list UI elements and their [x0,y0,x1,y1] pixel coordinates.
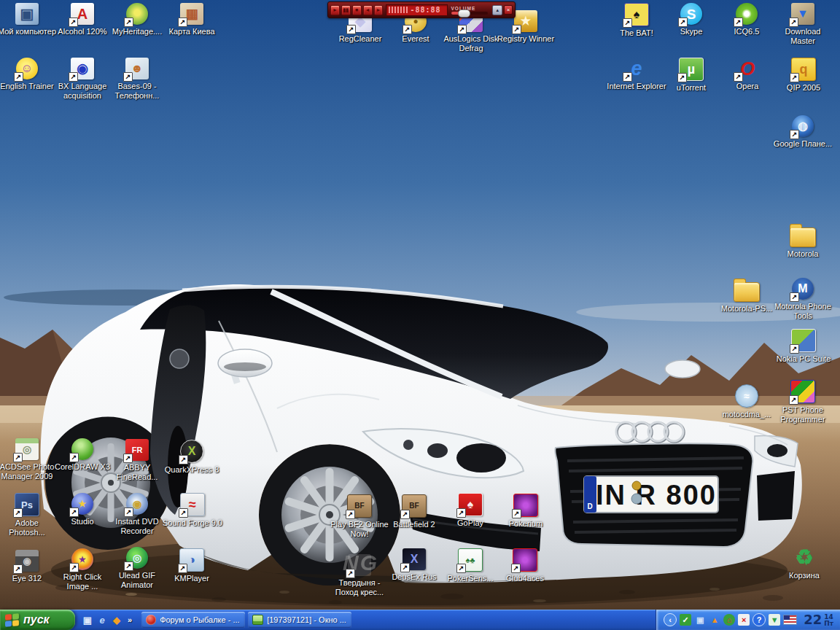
desktop-icon-tverdynya[interactable]: ↗Твердыня - Поход крес... [329,554,390,597]
opera-window-icon [146,615,156,625]
shortcut-arrow-icon: ↗ [346,25,356,34]
quarkxpress-8-icon: X↗ [180,440,203,463]
desktop-icon-label: Корзина [774,571,835,580]
desktop-icon-battlefield-2[interactable]: BF↗Battlefield 2 [384,494,445,529]
desktop[interactable]: D IN R 800 NG ▣Мой компьютерA↗Alcohol 12… [0,0,840,630]
security-question-icon[interactable]: ? [752,613,766,626]
volume-knob[interactable] [458,9,470,18]
next-button[interactable]: ► [374,5,384,15]
taskbar-window-2[interactable]: [197397121] - Окно ... [248,612,351,628]
desktop-icon-club4aces[interactable]: ↗Club4aces [494,548,556,583]
desktop-icon-download-master[interactable]: ▼↗Download Master [772,3,833,46]
update-check-icon[interactable]: ✓ [680,614,691,626]
quick-launch-more-chevron-icon[interactable]: » [125,615,135,624]
desktop-icon-qip-2005[interactable]: q↗QIP 2005 [773,58,834,93]
pause-button[interactable]: ▮▮ [341,5,351,15]
desktop-icon-utorrent[interactable]: µ↗uTorrent [661,58,722,93]
hide-tray-icons-button[interactable]: ‹ [664,613,677,626]
desktop-icon-korzina[interactable]: ♻Корзина [774,547,835,580]
korzina-icon: ♻ [793,547,816,569]
desktop-icon-motorola-phone-tools[interactable]: M↗Motorola Phone Tools [772,278,833,321]
stop-button[interactable]: ■ [352,5,362,15]
language-indicator-flag-icon[interactable] [783,615,797,625]
volume-slider[interactable] [451,12,489,15]
desktop-icon-pokerium[interactable]: ↗Pokerium [495,494,556,529]
play-button[interactable]: ► [330,5,340,15]
shortcut-arrow-icon: ↗ [623,18,632,28]
desktop-icon-ulead-gif-animator[interactable]: ◎↗Ulead GIF Animator [106,547,168,590]
desktop-icon-abbyy-finereader[interactable]: FR↗ABBYY FineRead... [106,439,168,482]
desktop-icon-deusex-rus[interactable]: X↗DeusEx Rus [384,548,445,582]
windows-logo-icon [5,613,19,627]
taskbar-clock[interactable]: 22 14 Пт [804,612,833,627]
shortcut-arrow-icon: ↗ [734,18,743,27]
network-connections-icon[interactable]: ▣ [694,614,706,626]
desktop-icon-kmplayer[interactable]: ◑↗KMPlayer [161,548,222,583]
desktop-icon-studio[interactable]: ★↗Studio [52,493,113,526]
device-disconnected-icon[interactable]: × [738,614,750,626]
qip-window-icon [252,615,263,625]
desktop-icon-right-click-image[interactable]: ★↗Right Click Image ... [52,548,113,591]
desktop-icon-label: Motorola-PS... [716,304,777,314]
desktop-icon-motorola-ps-folder[interactable]: Motorola-PS... [716,279,777,314]
desktop-icon-motorola-folder[interactable]: Motorola [772,224,833,259]
shortcut-arrow-icon: ↗ [123,72,133,82]
download-master-tray-icon[interactable]: ▼ [769,614,780,626]
desktop-icon-label: motocdma_... [716,410,777,419]
home-network-icon[interactable]: ⌂ [723,614,735,626]
desktop-icon-google-earth[interactable]: ◍↗Google Плане... [772,115,833,149]
desktop-icon-my-computer[interactable]: ▣Мой компьютер [0,3,58,36]
desktop-icon-internet-explorer[interactable]: e↗Internet Explorer [606,58,667,91]
shortcut-arrow-icon: ↗ [790,292,799,302]
my-computer-icon: ▣ [15,3,39,25]
desktop-icon-english-trainer[interactable]: ☺↗English Trainer [0,58,58,91]
desktop-icon-bases-09[interactable]: ☻↗Bases-09 - Телефонн... [106,58,168,101]
desktop-icon-label: GoPlay [440,518,501,528]
desktop-icon-myheritage[interactable]: ↗MyHeritage.... [106,3,168,36]
desktop-icon-opera[interactable]: O↗Opera [717,58,778,91]
taskbar-window-1[interactable]: Форум о Рыбалке - ... [141,612,245,628]
player-close-button[interactable]: × [504,5,513,15]
show-desktop-icon[interactable]: ▣ [81,613,94,626]
avira-antivirus-icon[interactable]: ▲ [709,614,720,626]
desktop-icon-the-bat[interactable]: ♠↗The BAT! [606,3,667,38]
play-bf2-icon: BF↗ [347,494,372,518]
desktop-icon-coreldraw-x3[interactable]: ↗CorelDRAW X3 [52,438,113,472]
utorrent-icon: µ↗ [679,58,704,81]
desktop-icon-bx-language[interactable]: ◉↗BX Language acquisition [52,58,113,101]
desktop-icon-sound-forge[interactable]: ≈↗Sound Forge 9.0 [162,493,223,528]
desktop-icon-quarkxpress-8[interactable]: X↗QuarkXPress 8 [161,440,222,475]
desktop-icon-acdsee[interactable]: ◎↗ACDSee Photo Manager 2009 [0,438,58,481]
desktop-icon-karta-kieva[interactable]: ▦↗Карта Киева [161,3,222,36]
desktop-icon-nokia-pc-suite[interactable]: ↗Nokia PC Suite [773,329,834,364]
desktop-icon-play-bf2[interactable]: BF↗Play BF2 Online Now! [329,494,390,539]
motocdma-icon: ≈ [735,384,758,408]
taskbar-window-title: [197397121] - Окно ... [267,615,346,624]
desktop-icon-label: Ulead GIF Animator [106,571,168,590]
desktop-icon-alcohol-120[interactable]: A↗Alcohol 120% [52,3,113,36]
desktop-icon-label: Alcohol 120% [52,27,113,36]
internet-explorer-icon[interactable]: e [96,613,109,626]
shortcut-arrow-icon: ↗ [124,18,133,27]
desktop-icon-motocdma[interactable]: ≈motocdma_... [716,384,777,419]
desktop-icon-label: Opera [717,82,778,91]
desktop-icon-instant-dvd-recorder[interactable]: ◉↗Instant DVD Recorder [106,493,168,536]
desktop-icon-adobe-photoshop[interactable]: Ps↗Adobe Photosh... [0,493,58,537]
shortcut-arrow-icon: ↗ [13,453,23,462]
shortcut-arrow-icon: ↗ [13,564,23,574]
desktop-icon-eye-312[interactable]: ◉↗Eye 312 [0,550,58,583]
shortcut-arrow-icon: ↗ [623,72,632,82]
shortcut-arrow-icon: ↗ [178,564,187,573]
shortcut-arrow-icon: ↗ [790,130,799,139]
desktop-icon-pst-phone-programmer[interactable]: ↗PST Phone Programmer [772,380,833,424]
instant-dvd-recorder-icon: ◉↗ [126,493,148,515]
ulead-gif-animator-icon: ◎↗ [126,547,148,569]
start-button[interactable]: пуск [0,610,75,630]
desktop-icon-pokersens[interactable]: ♠♣↗PokerSens... [440,548,501,583]
eject-button[interactable]: ▲ [492,5,502,15]
desktop-icon-skype[interactable]: S↗Skype [661,3,722,36]
desktop-icon-icq65[interactable]: ↗ICQ6.5 [716,3,777,36]
prev-button[interactable]: ◄ [363,5,373,15]
desktop-icon-goplay[interactable]: ♠↗GoPlay [440,493,501,528]
download-master-quick-icon[interactable]: ◆ [110,613,123,626]
